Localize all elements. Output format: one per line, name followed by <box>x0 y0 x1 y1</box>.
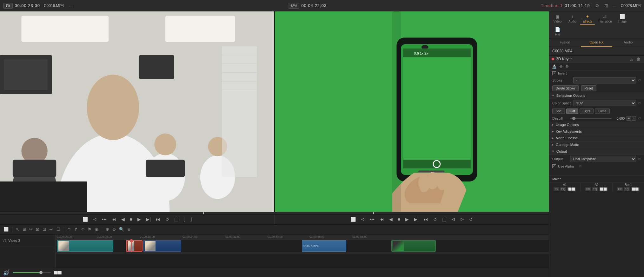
reset-btn[interactable]: Reset <box>581 85 596 91</box>
program-clip-icon[interactable]: ⬚ <box>441 216 448 222</box>
subtab-audio[interactable]: Audio <box>612 38 644 47</box>
program-skip-start-btn[interactable]: ⏮ <box>378 216 386 222</box>
clip-2[interactable] <box>126 240 143 252</box>
source-dots-btn[interactable]: ••• <box>100 216 108 222</box>
bus1-eq-tag[interactable]: EQ <box>624 187 630 191</box>
clip-3[interactable] <box>143 240 181 252</box>
program-mark-in-btn[interactable]: ⊲ <box>450 216 457 222</box>
flat-mode-btn[interactable]: Flat <box>566 109 579 114</box>
source-more-button[interactable]: ··· <box>68 3 74 9</box>
program-back-frame-btn[interactable]: ◀ <box>388 216 394 222</box>
program-dots-btn[interactable]: ••• <box>368 216 376 222</box>
program-loop2-btn[interactable]: ↺ <box>468 216 475 222</box>
tight-mode-btn[interactable]: Tight <box>580 109 594 114</box>
source-monitor-icon[interactable]: ⬜ <box>81 216 90 222</box>
source-loop-btn[interactable]: ↺ <box>164 216 171 222</box>
link-unlink-btn[interactable]: ↰ <box>67 226 72 232</box>
program-monitor-icon[interactable]: ⬜ <box>349 216 357 222</box>
program-loop-btn[interactable]: ↺ <box>432 216 439 222</box>
select-tool-btn[interactable]: ↖ <box>15 226 20 232</box>
zoom-out-btn[interactable]: ⊖ <box>126 226 132 232</box>
behaviour-section-header[interactable]: ▼ Behaviour Options <box>549 92 644 99</box>
stroke-reset-btn[interactable]: ↺ <box>638 78 641 82</box>
snap-btn[interactable]: ↱ <box>73 226 79 232</box>
subtab-openfx[interactable]: Open FX <box>581 38 613 47</box>
despill-thumb[interactable] <box>572 117 575 120</box>
slide-tool-btn[interactable]: ⊡ <box>42 226 47 232</box>
use-alpha-checkbox[interactable]: ✓ <box>552 164 556 168</box>
a1-fx-tag[interactable]: FX <box>554 187 559 191</box>
a2-eq-tag[interactable]: EQ <box>592 187 598 191</box>
output-reset-btn[interactable]: ↺ <box>638 157 641 161</box>
eyedropper-add-btn[interactable]: ⊕ <box>559 64 563 69</box>
source-back-frame-btn[interactable]: ◀ <box>120 216 126 222</box>
dim-button[interactable]: ⬜⬜ <box>54 271 62 274</box>
trim-tool-btn[interactable]: ⊞ <box>22 226 27 232</box>
despill-minus-btn[interactable]: – <box>632 116 636 121</box>
eyedropper-btn[interactable]: 🔬 <box>552 64 557 69</box>
color-space-reset-btn[interactable]: ↺ <box>638 101 641 105</box>
output-section-header[interactable]: ▼ Output <box>549 148 644 155</box>
timeline-view-btn[interactable]: ⬜ <box>3 226 10 232</box>
a2-fx-tag[interactable]: FX <box>585 187 591 191</box>
volume-thumb[interactable] <box>39 271 43 274</box>
despill-reset-btn[interactable]: ↺ <box>638 116 641 121</box>
source-mark-out-btn[interactable]: ⌋ <box>189 216 193 222</box>
warp-tool-btn[interactable]: ⧟ <box>48 226 54 232</box>
audio-link-btn[interactable]: ⟲ <box>80 226 85 232</box>
matte-section-header[interactable]: ▶ Matte Finesse <box>549 135 644 142</box>
source-fwd-frame-btn[interactable]: ▶| <box>144 216 152 222</box>
slip-tool-btn[interactable]: ⊠ <box>35 226 40 232</box>
source-play-btn[interactable]: ▶ <box>136 216 143 222</box>
tab-file[interactable]: 📄 File <box>550 26 565 38</box>
program-stop-btn[interactable]: ■ <box>396 216 402 222</box>
eyedropper-sub-btn[interactable]: ⊖ <box>565 64 569 69</box>
tab-image[interactable]: ⬜ Image <box>615 13 629 25</box>
a2-extra-tag[interactable]: ⬜⬜ <box>599 187 608 191</box>
tab-effects[interactable]: ✦ Effects <box>580 13 595 25</box>
color-btn[interactable]: ▣ <box>94 226 99 232</box>
settings-icon[interactable]: ⚙ <box>594 3 601 9</box>
delete-stroke-btn[interactable]: Delete Stroke <box>552 85 579 91</box>
output-select[interactable]: Final Composite <box>570 156 636 162</box>
garbage-section-header[interactable]: ▶ Garbage Matte <box>549 142 644 148</box>
tab-audio[interactable]: ♪ Audio <box>565 13 580 25</box>
razor-tool-btn[interactable]: ✂ <box>28 226 34 232</box>
source-skip-start-btn[interactable]: ⏮ <box>110 216 118 222</box>
tab-transition[interactable]: ⇄ Transition <box>595 13 614 25</box>
source-in-out-icon[interactable]: ⬚ <box>173 216 180 222</box>
program-prev-btn[interactable]: ⊲ <box>359 216 366 222</box>
effect-delete-btn[interactable]: 🗑 <box>636 57 641 61</box>
source-mark-in-btn[interactable]: ⌊ <box>182 216 187 222</box>
bus1-fx-tag[interactable]: FX <box>617 187 623 191</box>
subtab-fusion[interactable]: Fusion <box>549 38 581 47</box>
effects-scroll-area[interactable]: 3D Keyer △ 🗑 🔬 ⊕ ⊖ ✓ Invert Stroke <box>549 56 644 277</box>
timeline-scrollbar[interactable] <box>56 252 549 254</box>
soft-mode-btn[interactable]: Soft <box>552 109 565 114</box>
use-alpha-reset-btn[interactable]: ↺ <box>579 164 582 168</box>
source-stop-btn[interactable]: ■ <box>128 216 134 222</box>
a1-extra-tag[interactable]: ⬜⬜ <box>567 187 576 191</box>
despill-plus-btn[interactable]: + <box>627 116 631 121</box>
clip-1[interactable] <box>57 240 113 252</box>
stroke-select[interactable]: - <box>573 77 636 83</box>
source-skip-end-btn[interactable]: ⏭ <box>154 216 162 222</box>
color-space-select[interactable]: YUV <box>574 100 636 106</box>
program-mark-out-btn[interactable]: ⊳ <box>459 216 466 222</box>
luma-mode-btn[interactable]: Luma <box>595 109 610 114</box>
program-fwd-frame-btn[interactable]: ▶| <box>412 216 420 222</box>
flag-btn[interactable]: ⚑ <box>87 226 92 232</box>
clip-5[interactable] <box>391 240 436 252</box>
minimize-icon[interactable]: – <box>612 3 617 9</box>
effect-up-btn[interactable]: △ <box>629 57 634 61</box>
key-adj-section-header[interactable]: ▶ Key Adjustments <box>549 128 644 135</box>
tab-video[interactable]: ▣ Video <box>550 13 565 25</box>
clip-4[interactable]: C0027.MP4 <box>302 240 346 252</box>
layout-icon[interactable]: ⊞ <box>603 3 609 9</box>
program-skip-end-btn[interactable]: ⏭ <box>422 216 430 222</box>
invert-checkbox[interactable]: ✓ <box>552 71 556 75</box>
usage-section-header[interactable]: ▶ Usage Options <box>549 122 644 128</box>
a1-eq-tag[interactable]: EQ <box>560 187 566 191</box>
insert-btn[interactable]: ⊕ <box>105 226 110 232</box>
source-prev-btn[interactable]: ⊲ <box>91 216 98 222</box>
